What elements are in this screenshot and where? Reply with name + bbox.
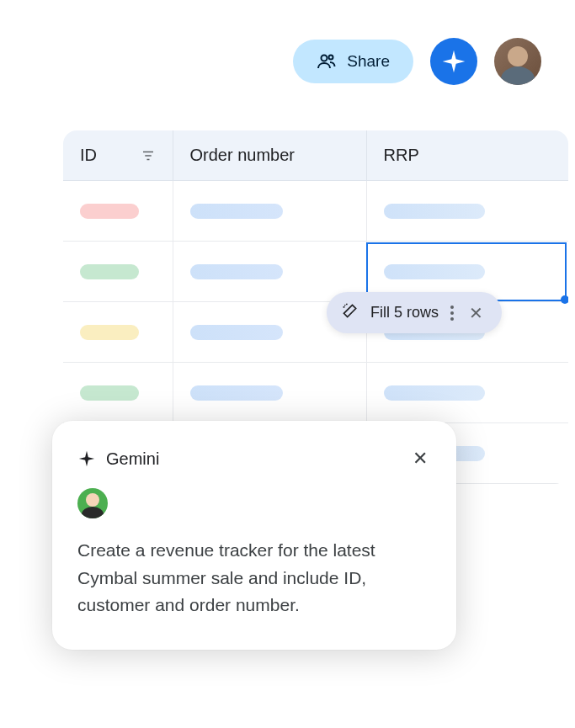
column-header-id[interactable]: ID <box>63 130 173 181</box>
cell-placeholder <box>384 264 485 279</box>
cell-placeholder <box>80 204 139 219</box>
svg-point-0 <box>322 56 327 61</box>
topbar: Share <box>293 38 541 85</box>
cell-placeholder <box>384 385 485 401</box>
filter-icon[interactable] <box>141 148 156 163</box>
column-header-rrp[interactable]: RRP <box>366 130 568 181</box>
cell-placeholder <box>384 204 485 219</box>
cell-placeholder <box>190 385 283 401</box>
user-avatar[interactable] <box>494 38 541 85</box>
prompt-user-avatar <box>77 488 108 518</box>
people-icon <box>317 51 337 72</box>
table-row[interactable] <box>63 363 568 423</box>
gemini-panel-header: Gemini ✕ <box>77 444 431 473</box>
sparkle-icon <box>77 449 96 468</box>
gemini-prompt-text: Create a revenue tracker for the latest … <box>77 537 431 619</box>
column-label: Order number <box>190 146 295 164</box>
cell-placeholder <box>190 204 283 219</box>
more-options-icon[interactable] <box>450 306 454 321</box>
cell-placeholder <box>80 264 139 279</box>
table-row[interactable] <box>63 242 568 302</box>
svg-point-1 <box>329 56 333 60</box>
cell-placeholder <box>80 325 139 340</box>
sparkle-icon <box>440 48 467 75</box>
column-header-order-number[interactable]: Order number <box>173 130 366 181</box>
gemini-title: Gemini <box>106 449 159 469</box>
share-button[interactable]: Share <box>293 40 413 83</box>
fill-rows-label[interactable]: Fill 5 rows <box>370 304 439 321</box>
gemini-button[interactable] <box>430 38 477 85</box>
cell-placeholder <box>190 325 283 340</box>
cell-placeholder <box>80 385 139 401</box>
cell-placeholder <box>190 264 283 279</box>
share-label: Share <box>347 52 390 71</box>
table-row[interactable] <box>63 181 568 242</box>
table-header-row: ID Order number RRP <box>63 130 568 181</box>
column-label: RRP <box>384 146 419 164</box>
close-icon[interactable]: ✕ <box>466 303 487 323</box>
column-label: ID <box>80 146 97 165</box>
gemini-panel: Gemini ✕ Create a revenue tracker for th… <box>52 421 456 650</box>
close-icon[interactable]: ✕ <box>409 444 431 473</box>
fill-rows-chip: Fill 5 rows ✕ <box>327 292 502 333</box>
magic-wand-icon <box>342 302 359 323</box>
